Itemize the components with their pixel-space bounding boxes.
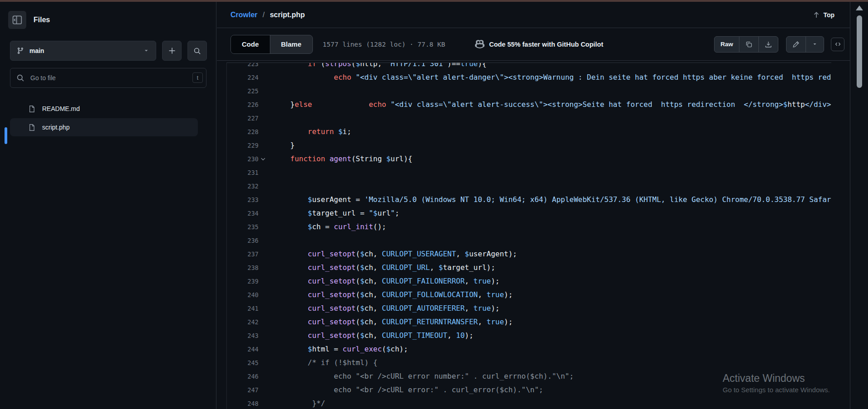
line-number[interactable]: 232 — [227, 179, 259, 193]
file-toolbar: Code Blame 1577 lines (1282 loc) · 77.8 … — [217, 28, 850, 61]
code-line: 236 — [227, 234, 831, 247]
line-number[interactable]: 238 — [227, 261, 259, 274]
line-number[interactable]: 224 — [227, 71, 259, 84]
fold-gutter — [259, 207, 268, 220]
breadcrumb: Crowler / script.php — [230, 11, 305, 19]
file-tree-sidebar: Files main t — [0, 2, 216, 409]
code-line: 225 — [227, 84, 831, 98]
chevron-down-icon — [143, 48, 149, 54]
plus-icon — [168, 47, 176, 54]
line-number[interactable]: 239 — [227, 274, 259, 288]
breadcrumb-repo-link[interactable]: Crowler — [230, 11, 258, 19]
page-scrollbar — [850, 2, 868, 409]
search-icon — [16, 74, 24, 82]
code-text: }*/ — [268, 397, 325, 409]
fold-gutter — [259, 397, 268, 409]
symbols-panel-button[interactable] — [831, 38, 844, 51]
search-icon — [193, 47, 201, 55]
line-number[interactable]: 235 — [227, 220, 259, 234]
edit-dropdown-button[interactable] — [806, 37, 824, 52]
line-number[interactable]: 243 — [227, 329, 259, 342]
code-line: 223 if (strpos($http, 'HTTP/1.1 301')==t… — [227, 63, 831, 71]
search-this-repo-button[interactable] — [187, 41, 207, 61]
download-button[interactable] — [758, 37, 778, 52]
code-text: $target_url = "$url"; — [268, 207, 399, 220]
line-number[interactable]: 240 — [227, 288, 259, 302]
chevron-down-icon — [812, 41, 818, 47]
line-number[interactable]: 229 — [227, 139, 259, 152]
code-line: 231 — [227, 166, 831, 179]
code-viewport: 223 if (strpos($http, 'HTTP/1.1 301')==t… — [226, 63, 831, 409]
line-number[interactable]: 231 — [227, 166, 259, 179]
code-text: curl_setopt($ch, CURLOPT_FAILONERROR, tr… — [268, 274, 499, 288]
line-number[interactable]: 237 — [227, 247, 259, 261]
branch-selector-button[interactable]: main — [10, 41, 156, 61]
code-line: 245 /* if (!$html) { — [227, 356, 831, 370]
code-text: echo "<br />cURL error number:" . curl_e… — [268, 370, 574, 383]
fold-gutter — [259, 274, 268, 288]
file-tree-item-script-php[interactable]: script.php — [10, 118, 198, 136]
code-text: curl_setopt($ch, CURLOPT_AUTOREFERER, tr… — [268, 302, 499, 315]
fold-gutter — [259, 356, 268, 370]
code-text: curl_setopt($ch, CURLOPT_USERAGENT, $use… — [268, 247, 517, 261]
code-line: 244 $html = curl_exec($ch); — [227, 342, 831, 356]
line-number[interactable]: 226 — [227, 98, 259, 111]
file-tree-item-readme[interactable]: README.md — [10, 100, 198, 118]
line-number[interactable]: 241 — [227, 302, 259, 315]
code-text: if (strpos($http, 'HTTP/1.1 301')==true)… — [268, 63, 487, 71]
line-number[interactable]: 234 — [227, 207, 259, 220]
copy-raw-content-button[interactable] — [739, 37, 758, 52]
code-line: 237 curl_setopt($ch, CURLOPT_USERAGENT, … — [227, 247, 831, 261]
add-file-button[interactable] — [162, 41, 182, 61]
pencil-icon — [792, 41, 800, 48]
fold-gutter — [259, 329, 268, 342]
collapse-sidebar-button[interactable] — [8, 11, 26, 29]
line-number[interactable]: 230 — [227, 152, 259, 166]
code-text: curl_setopt($ch, CURLOPT_FOLLOWLOCATION,… — [268, 288, 513, 302]
code-blame-switch: Code Blame — [230, 35, 313, 54]
code-text: curl_setopt($ch, CURLOPT_URL, $target_ur… — [268, 261, 495, 274]
code-line: 240 curl_setopt($ch, CURLOPT_FOLLOWLOCAT… — [227, 288, 831, 302]
code-text: echo "<br />cURL error:" . curl_error($c… — [268, 383, 543, 397]
code-line: 224 echo "<div class=\"alert alert-dange… — [227, 71, 831, 84]
fold-gutter — [259, 193, 268, 207]
tab-blame[interactable]: Blame — [270, 35, 312, 53]
line-number[interactable]: 233 — [227, 193, 259, 207]
scrollbar-thumb[interactable] — [857, 15, 862, 88]
line-number[interactable]: 247 — [227, 383, 259, 397]
line-number[interactable]: 244 — [227, 342, 259, 356]
line-number[interactable]: 227 — [227, 111, 259, 125]
download-icon — [765, 41, 772, 48]
go-to-file-input[interactable] — [10, 68, 206, 88]
line-number[interactable]: 248 — [227, 397, 259, 409]
fold-gutter — [259, 342, 268, 356]
line-number[interactable]: 225 — [227, 84, 259, 98]
line-number[interactable]: 245 — [227, 356, 259, 370]
scroll-up-button[interactable] — [856, 5, 863, 10]
line-number[interactable]: 242 — [227, 315, 259, 329]
code-text: curl_setopt($ch, CURLOPT_TIMEOUT, 10); — [268, 329, 474, 342]
code-line: 242 curl_setopt($ch, CURLOPT_RETURNTRANS… — [227, 315, 831, 329]
tab-code[interactable]: Code — [231, 35, 270, 53]
keyboard-shortcut-hint: t — [192, 72, 203, 83]
copy-icon — [745, 41, 753, 48]
line-number[interactable]: 228 — [227, 125, 259, 139]
edit-file-button[interactable] — [786, 37, 806, 52]
back-to-top-button[interactable]: Top — [809, 9, 838, 21]
copilot-banner[interactable]: Code 55% faster with GitHub Copilot — [475, 39, 603, 49]
fold-gutter — [259, 84, 268, 98]
fold-gutter — [259, 125, 268, 139]
code-line: 234 $target_url = "$url"; — [227, 207, 831, 220]
code-line: 227 — [227, 111, 831, 125]
fold-gutter — [259, 302, 268, 315]
code-text: $ch = curl_init(); — [268, 220, 386, 234]
copilot-icon — [475, 39, 484, 49]
line-number[interactable]: 246 — [227, 370, 259, 383]
fold-gutter — [259, 315, 268, 329]
line-number[interactable]: 223 — [227, 63, 259, 71]
fold-toggle-icon[interactable] — [259, 152, 268, 166]
line-number[interactable]: 236 — [227, 234, 259, 247]
raw-button[interactable]: Raw — [715, 37, 739, 52]
code-text: } — [268, 139, 295, 152]
file-icon — [28, 124, 36, 131]
